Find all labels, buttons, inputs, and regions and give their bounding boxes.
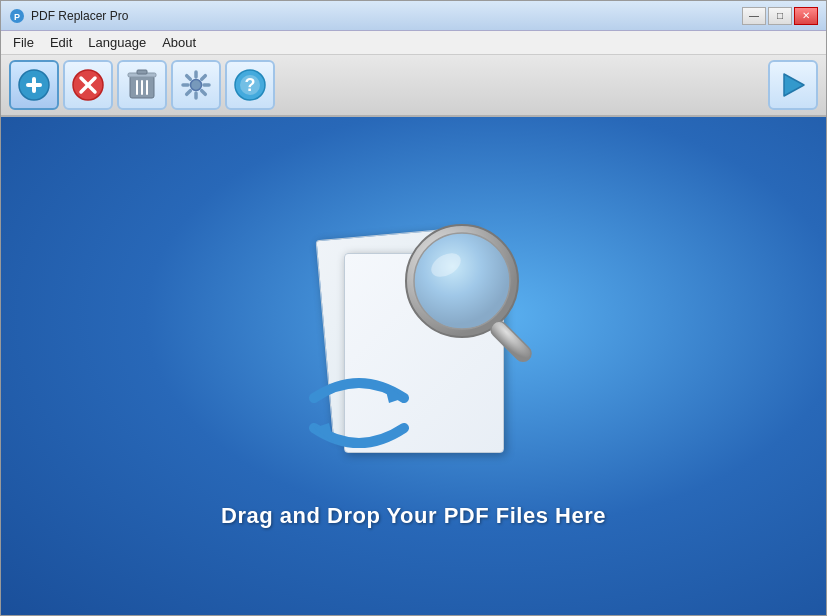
center-illustration: Drag and Drop Your PDF Files Here bbox=[221, 203, 606, 529]
svg-line-21 bbox=[202, 76, 206, 80]
svg-text:?: ? bbox=[245, 75, 256, 95]
svg-line-19 bbox=[187, 76, 191, 80]
add-files-button[interactable] bbox=[9, 60, 59, 110]
menu-bar: File Edit Language About bbox=[1, 31, 826, 55]
main-content-area[interactable]: Drag and Drop Your PDF Files Here bbox=[1, 117, 826, 615]
add-icon bbox=[17, 68, 51, 102]
toolbar: ? bbox=[1, 55, 826, 117]
svg-rect-32 bbox=[487, 318, 534, 365]
trash-button[interactable] bbox=[117, 60, 167, 110]
svg-marker-26 bbox=[784, 74, 804, 96]
refresh-arrows-icon bbox=[294, 363, 424, 463]
title-bar: P PDF Replacer Pro — □ ✕ bbox=[1, 1, 826, 31]
menu-edit[interactable]: Edit bbox=[42, 33, 80, 52]
run-button[interactable] bbox=[768, 60, 818, 110]
svg-line-20 bbox=[202, 91, 206, 95]
window-title: PDF Replacer Pro bbox=[31, 9, 128, 23]
remove-button[interactable] bbox=[63, 60, 113, 110]
svg-rect-4 bbox=[32, 77, 36, 93]
svg-point-14 bbox=[191, 80, 202, 91]
settings-button[interactable] bbox=[171, 60, 221, 110]
drop-zone-text: Drag and Drop Your PDF Files Here bbox=[221, 503, 606, 529]
gear-icon bbox=[179, 68, 213, 102]
menu-about[interactable]: About bbox=[154, 33, 204, 52]
title-controls: — □ ✕ bbox=[742, 7, 818, 25]
illustration bbox=[264, 203, 564, 483]
svg-line-22 bbox=[187, 91, 191, 95]
menu-language[interactable]: Language bbox=[80, 33, 154, 52]
svg-point-30 bbox=[414, 233, 510, 329]
help-icon: ? bbox=[233, 68, 267, 102]
title-bar-left: P PDF Replacer Pro bbox=[9, 8, 128, 24]
app-icon: P bbox=[9, 8, 25, 24]
x-icon bbox=[71, 68, 105, 102]
maximize-button[interactable]: □ bbox=[768, 7, 792, 25]
svg-rect-10 bbox=[137, 70, 147, 74]
main-window: P PDF Replacer Pro — □ ✕ File Edit Langu… bbox=[0, 0, 827, 616]
magnifier-icon bbox=[394, 213, 554, 373]
help-button[interactable]: ? bbox=[225, 60, 275, 110]
svg-text:P: P bbox=[14, 12, 20, 22]
trash-icon bbox=[126, 68, 158, 102]
menu-file[interactable]: File bbox=[5, 33, 42, 52]
minimize-button[interactable]: — bbox=[742, 7, 766, 25]
close-button[interactable]: ✕ bbox=[794, 7, 818, 25]
arrow-right-icon bbox=[776, 68, 810, 102]
